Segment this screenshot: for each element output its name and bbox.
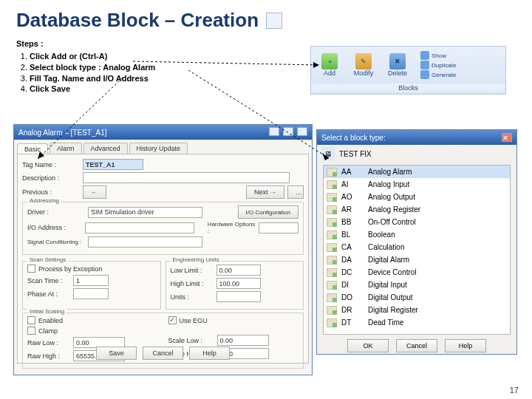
rawlow-label: Raw Low :	[27, 339, 70, 347]
scalelow-label: Scale Low :	[168, 337, 214, 344]
help-button[interactable]: Help	[445, 339, 486, 352]
add-button[interactable]: ＋ Add	[314, 48, 345, 82]
hwopt-input[interactable]	[259, 222, 299, 233]
list-item[interactable]: BBOn-Off Control	[324, 216, 510, 228]
lowlimit-label: Low Limit :	[171, 267, 214, 274]
minimize-icon[interactable]	[269, 127, 279, 136]
scalelow-input[interactable]: 0.00	[217, 335, 269, 346]
block-code: DT	[341, 318, 364, 327]
scantime-input[interactable]: 1	[73, 275, 109, 286]
list-item[interactable]: BLBoolean	[324, 228, 510, 241]
block-icon	[327, 168, 337, 177]
block-code: DR	[341, 306, 364, 314]
block-code: DA	[341, 256, 364, 264]
steps-heading: Steps :	[16, 39, 44, 48]
list-item[interactable]: ARAnalog Register	[324, 203, 510, 216]
list-item[interactable]: DIDigital Input	[324, 279, 510, 291]
tab-advanced[interactable]: Advanced	[83, 143, 128, 154]
next-button[interactable]: Next →	[246, 185, 284, 199]
select-block-type-dialog: Select a block type: ✕ 🖥 TEST FIX AAAnal…	[316, 129, 517, 355]
units-input[interactable]	[216, 291, 261, 302]
phase-input[interactable]	[73, 288, 109, 299]
driver-dropdown[interactable]: SIM Simulation driver	[88, 207, 202, 218]
clamp-checkbox[interactable]	[27, 327, 35, 335]
tab-basic[interactable]: Basic	[17, 143, 48, 154]
block-code: AI	[341, 180, 364, 188]
block-icon	[327, 180, 337, 189]
list-item[interactable]: AOAnalog Output	[324, 191, 510, 203]
select-title-text: Select a block type:	[321, 134, 386, 142]
description-input[interactable]	[83, 172, 290, 183]
io-address-label: I/O Address :	[27, 224, 82, 231]
block-name: Digital Register	[368, 306, 418, 314]
delete-button[interactable]: ✖ Delete	[382, 48, 413, 82]
eng-units-group: Engineering Units Low Limit :0.00 High L…	[166, 261, 304, 310]
list-item[interactable]: AIAnalog Input	[324, 178, 510, 191]
use-egu-label: Use EGU	[180, 317, 208, 324]
enabled-checkbox[interactable]	[27, 316, 35, 324]
clamp-label: Clamp	[38, 327, 58, 335]
block-name: Analog Output	[368, 193, 415, 201]
use-egu-checkbox[interactable]	[168, 316, 177, 324]
maximize-icon[interactable]	[283, 127, 293, 136]
block-icon	[327, 306, 337, 315]
cancel-button[interactable]: Cancel	[143, 347, 183, 360]
blocks-app-icon	[266, 13, 282, 29]
list-item[interactable]: DRDigital Register	[324, 304, 510, 316]
generate-button[interactable]: Generate	[420, 70, 456, 79]
block-code: CA	[341, 243, 364, 251]
next-browse-button[interactable]: …	[287, 185, 304, 199]
modify-button[interactable]: ✎ Modify	[348, 48, 379, 82]
proc-exception-label: Process by Exception	[38, 265, 103, 273]
list-item[interactable]: AAAnalog Alarm	[324, 166, 510, 178]
close-icon[interactable]	[297, 127, 307, 136]
analog-alarm-dialog: Analog Alarm – [TEST_A1] Basic Alarm Adv…	[13, 124, 313, 375]
block-icon	[327, 243, 337, 252]
block-name: Dead Time	[368, 318, 403, 327]
tab-history[interactable]: History Update	[129, 143, 188, 154]
list-item[interactable]: DCDevice Control	[324, 266, 510, 279]
block-icon	[327, 193, 337, 202]
duplicate-button[interactable]: Duplicate	[420, 61, 456, 69]
help-button[interactable]: Help	[189, 347, 230, 360]
proc-exception-checkbox[interactable]	[27, 265, 35, 273]
select-titlebar: Select a block type: ✕	[317, 130, 516, 145]
ok-button[interactable]: OK	[347, 339, 389, 352]
list-item[interactable]: CACalculation	[324, 241, 510, 253]
description-label: Description :	[22, 174, 80, 182]
block-name: Analog Input	[368, 180, 409, 188]
tag-name-label: Tag Name :	[22, 161, 80, 168]
enabled-label: Enabled	[38, 317, 63, 324]
ribbon-blocks: ＋ Add ✎ Modify ✖ Delete Show Duplicate G…	[310, 46, 506, 95]
node-name: TEST FIX	[339, 150, 372, 158]
save-button[interactable]: Save	[96, 347, 137, 360]
close-icon[interactable]: ✕	[502, 133, 512, 142]
io-config-button[interactable]: I/O Configuration	[238, 205, 299, 219]
prev-button[interactable]: ←	[83, 185, 106, 199]
driver-label: Driver :	[27, 208, 85, 216]
block-code: DO	[341, 293, 364, 301]
add-icon: ＋	[321, 53, 338, 69]
block-type-listbox[interactable]: AAAnalog AlarmAIAnalog InputAOAnalog Out…	[323, 165, 511, 335]
hwopt-label: Hardware Options :	[208, 221, 256, 234]
block-code: DI	[341, 281, 364, 289]
block-name: Digital Input	[368, 281, 407, 289]
show-button[interactable]: Show	[420, 51, 456, 60]
block-name: Calculation	[368, 243, 404, 251]
tag-name-input[interactable]: TEST_A1	[83, 159, 143, 170]
cancel-button[interactable]: Cancel	[396, 339, 437, 352]
show-icon	[420, 51, 429, 60]
highlimit-input[interactable]: 100.00	[216, 278, 261, 289]
page-number: 17	[510, 386, 519, 395]
generate-icon	[420, 70, 429, 79]
block-code: AO	[341, 193, 364, 201]
lowlimit-input[interactable]: 0.00	[216, 265, 261, 276]
sigcond-dropdown[interactable]	[88, 236, 202, 248]
list-item[interactable]: DADigital Alarm	[324, 253, 510, 266]
list-item[interactable]: DTDead Time	[324, 316, 510, 329]
block-icon	[327, 256, 337, 265]
list-item[interactable]: DODigital Output	[324, 291, 510, 304]
dialog-titlebar: Analog Alarm – [TEST_A1]	[14, 125, 312, 140]
tab-alarm[interactable]: Alarm	[50, 143, 82, 154]
io-address-input[interactable]	[85, 222, 194, 233]
